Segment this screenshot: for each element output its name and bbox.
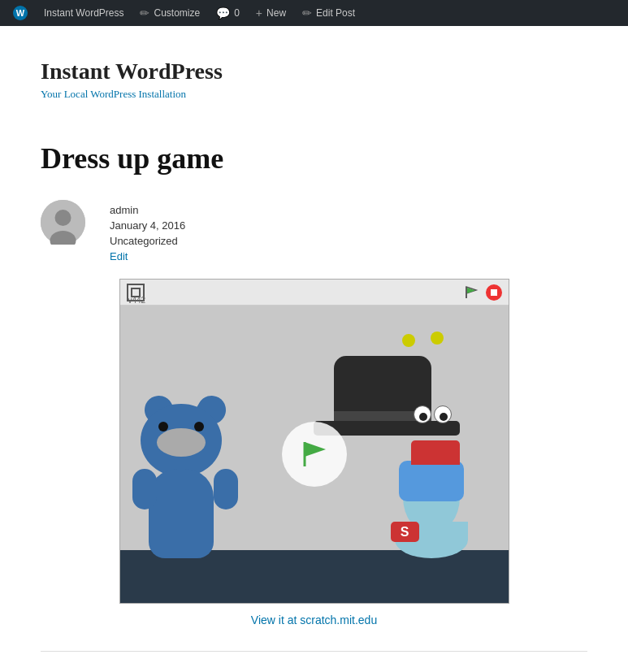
cat-arm-left bbox=[132, 469, 157, 509]
post-edit-link[interactable]: Edit bbox=[110, 250, 185, 262]
site-header: Instant WordPress Your Local WordPress I… bbox=[41, 59, 587, 101]
scratch-stage: S bbox=[120, 306, 509, 603]
author-avatar bbox=[41, 200, 85, 245]
hat-eye-right bbox=[434, 405, 452, 423]
customize-icon: ✏ bbox=[140, 7, 149, 20]
scratch-controls bbox=[463, 284, 502, 301]
cat-body bbox=[149, 469, 214, 558]
hat-pupil-right bbox=[440, 413, 448, 421]
new-icon: + bbox=[256, 7, 262, 20]
wp-logo: W bbox=[13, 6, 28, 20]
scratch-version: v442 bbox=[128, 296, 146, 305]
play-flag-icon bbox=[298, 438, 331, 470]
wp-logo-link[interactable]: W bbox=[6, 0, 34, 26]
cat-eye-right bbox=[194, 422, 204, 431]
admin-site-title: Instant WordPress bbox=[44, 7, 123, 19]
view-at-scratch-link[interactable]: View it at scratch.mit.edu bbox=[251, 613, 377, 626]
new-link[interactable]: + New bbox=[249, 0, 292, 26]
fish-character: S bbox=[387, 428, 492, 558]
fish-hat bbox=[411, 440, 460, 465]
site-name-link[interactable]: Instant WordPress bbox=[37, 0, 130, 26]
post-title: Dress up game bbox=[41, 141, 587, 176]
post-date: January 4, 2016 bbox=[110, 219, 185, 232]
scratch-flag-button[interactable] bbox=[463, 284, 481, 301]
stop-icon bbox=[489, 288, 499, 297]
scratch-cat-character bbox=[128, 396, 242, 558]
hat-ball-right bbox=[431, 332, 444, 345]
hat-eye-left bbox=[414, 405, 431, 423]
post-meta-area: admin January 4, 2016 Uncategorized Edit bbox=[41, 200, 587, 262]
flag-icon bbox=[465, 285, 479, 300]
fish-shirt bbox=[399, 461, 464, 501]
scratch-topbar bbox=[120, 280, 509, 306]
scratch-stop-button[interactable] bbox=[486, 284, 502, 301]
svg-rect-6 bbox=[491, 289, 497, 296]
cat-face bbox=[157, 428, 206, 457]
svg-point-1 bbox=[55, 210, 71, 226]
edit-post-label: Edit Post bbox=[316, 7, 355, 19]
scratch-player: v442 bbox=[119, 279, 509, 604]
post-author: admin bbox=[110, 204, 185, 216]
hat-pupil-left bbox=[419, 413, 427, 421]
admin-bar: W Instant WordPress ✏ Customize 💬 0 + Ne… bbox=[0, 0, 628, 26]
site-title: Instant WordPress bbox=[41, 59, 587, 85]
page-content: Instant WordPress Your Local WordPress I… bbox=[0, 26, 628, 672]
comments-link[interactable]: 💬 0 bbox=[210, 0, 246, 26]
new-label: New bbox=[266, 7, 286, 19]
post-category: Uncategorized bbox=[110, 235, 185, 247]
play-flag-overlay[interactable] bbox=[282, 422, 347, 487]
customize-label: Customize bbox=[154, 7, 200, 19]
comments-count: 0 bbox=[234, 7, 240, 19]
post-divider bbox=[41, 651, 587, 652]
post-article: Dress up game admin January 4, 2016 Unca… bbox=[41, 141, 587, 652]
post-meta: admin January 4, 2016 Uncategorized Edit bbox=[110, 200, 185, 262]
avatar-svg bbox=[41, 200, 85, 245]
hat-ball-left bbox=[402, 334, 415, 347]
comments-icon: 💬 bbox=[216, 7, 230, 20]
cat-eye-left bbox=[158, 422, 168, 431]
svg-marker-9 bbox=[305, 442, 326, 457]
fish-shoe: S bbox=[391, 522, 419, 542]
cat-head bbox=[141, 404, 222, 477]
cat-arm-right bbox=[214, 469, 238, 509]
edit-post-icon: ✏ bbox=[302, 7, 312, 20]
customize-link[interactable]: ✏ Customize bbox=[133, 0, 206, 26]
site-tagline: Your Local WordPress Installation bbox=[41, 88, 587, 101]
scratch-embed: v442 bbox=[41, 279, 587, 626]
edit-post-link[interactable]: ✏ Edit Post bbox=[296, 0, 362, 26]
